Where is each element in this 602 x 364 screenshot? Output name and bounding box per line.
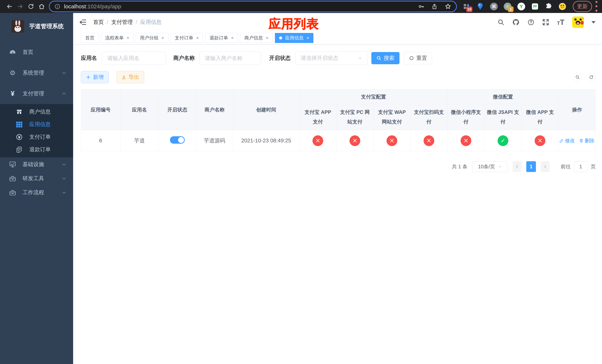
browser-menu-icon[interactable]: ••• bbox=[595, 0, 598, 13]
yen-icon: ¥ bbox=[8, 90, 17, 97]
sidebar-item-refund-order[interactable]: 退款订单 bbox=[0, 143, 73, 156]
chevron-down-icon bbox=[62, 71, 66, 75]
status-icon bbox=[535, 135, 545, 146]
sidebar-logo[interactable]: 芋道管理系统 bbox=[0, 13, 73, 35]
tab-merchant-info[interactable]: 商户信息× bbox=[240, 33, 273, 43]
extension-chat-icon[interactable] bbox=[531, 2, 539, 11]
page-number-1[interactable]: 1 bbox=[526, 161, 536, 172]
toolbox-icon bbox=[8, 189, 17, 196]
payment-submenu: 商户信息 应用信息 支付订单 bbox=[0, 104, 73, 157]
close-icon[interactable]: × bbox=[161, 35, 164, 41]
next-page-button[interactable] bbox=[541, 161, 550, 172]
enable-switch[interactable] bbox=[170, 136, 185, 144]
search-icon[interactable] bbox=[497, 19, 505, 26]
close-icon[interactable]: × bbox=[196, 35, 199, 41]
password-key-icon[interactable] bbox=[418, 3, 424, 10]
refresh-button[interactable] bbox=[587, 73, 596, 82]
merchant-name-input[interactable] bbox=[200, 52, 261, 65]
page-size-select[interactable]: 10条/页 bbox=[472, 161, 508, 172]
sidebar-item-payment[interactable]: ¥ 支付管理 bbox=[0, 83, 73, 104]
extension-emoji-icon[interactable] bbox=[558, 2, 567, 11]
col-merchant: 商户名称 bbox=[196, 89, 233, 130]
group-alipay-config: 支付宝配置 bbox=[300, 89, 448, 104]
avatar-dropdown-icon[interactable] bbox=[591, 21, 595, 23]
close-icon[interactable]: × bbox=[231, 35, 234, 41]
extension-pin-icon[interactable] bbox=[476, 2, 484, 11]
browser-toolbar: localhost:1024/pay/app 10 ⌘ 1 bbox=[0, 0, 602, 13]
search-button[interactable]: 搜索 bbox=[371, 52, 399, 64]
tab-home[interactable]: 首页 bbox=[81, 33, 99, 43]
browser-reload-button[interactable] bbox=[26, 1, 36, 12]
sidebar-item-home[interactable]: 首页 bbox=[0, 42, 73, 63]
col-wechat-app: 微信 APP 支付 bbox=[522, 104, 559, 130]
site-info-icon[interactable] bbox=[54, 3, 60, 10]
goto-page-input[interactable] bbox=[574, 161, 587, 172]
sidebar-item-app-info[interactable]: 应用信息 bbox=[0, 118, 73, 131]
app-name-input[interactable] bbox=[102, 52, 166, 65]
status-icon bbox=[387, 135, 397, 146]
col-status: 开启状态 bbox=[159, 89, 196, 130]
app-table: 应用编号 应用名 开启状态 商户名称 创建时间 支付宝配置 微信配置 操作 支付… bbox=[81, 89, 596, 151]
sidebar-item-devtools[interactable]: 研发工具 bbox=[0, 171, 73, 185]
add-button[interactable]: 新增 bbox=[81, 71, 109, 83]
page-unit-label: 页 bbox=[591, 163, 596, 170]
user-avatar[interactable] bbox=[572, 16, 584, 28]
prev-page-button[interactable] bbox=[513, 161, 521, 172]
share-icon[interactable] bbox=[431, 3, 438, 10]
browser-home-button[interactable] bbox=[36, 1, 47, 12]
table-row: 6 芋道 芋道源码 2021-10-23 08:49:25 bbox=[81, 130, 596, 151]
group-wechat-config: 微信配置 bbox=[448, 89, 559, 104]
extension-grid-icon[interactable]: 10 bbox=[462, 2, 471, 11]
github-icon[interactable] bbox=[512, 19, 520, 26]
sidebar-item-workflow[interactable]: 工作流程 bbox=[0, 185, 73, 200]
col-app-name: 应用名 bbox=[120, 89, 159, 130]
reset-button[interactable]: 重置 bbox=[404, 52, 432, 64]
extension-puzzle-icon[interactable] bbox=[545, 2, 553, 11]
url-text: localhost:1024/pay/app bbox=[64, 3, 121, 10]
tab-process-form[interactable]: 流程表单× bbox=[101, 33, 133, 43]
bookmark-star-icon[interactable] bbox=[445, 3, 451, 10]
tab-user-group[interactable]: 用户分组× bbox=[136, 33, 168, 43]
close-icon[interactable]: × bbox=[127, 35, 129, 41]
col-wechat-jsapi: 微信 JSAPI 支付 bbox=[484, 104, 522, 130]
sidebar-item-infra[interactable]: 基础设施 bbox=[0, 157, 73, 171]
close-icon[interactable]: × bbox=[307, 35, 309, 41]
col-alipay-pc: 支付宝 PC 网站支付 bbox=[336, 104, 374, 130]
col-actions: 操作 bbox=[559, 89, 596, 130]
monitor-icon bbox=[8, 161, 17, 168]
cell-merchant: 芋道源码 bbox=[196, 130, 233, 151]
goto-label: 前往 bbox=[561, 163, 571, 170]
browser-forward-button[interactable] bbox=[15, 1, 26, 12]
col-app-id: 应用编号 bbox=[81, 89, 120, 130]
font-size-icon[interactable]: TT bbox=[557, 19, 564, 26]
extension-command-icon[interactable]: ⌘ bbox=[490, 2, 498, 11]
sidebar-collapse-icon[interactable] bbox=[77, 16, 89, 28]
tab-refund-order[interactable]: 退款订单× bbox=[205, 33, 238, 43]
extension-y-icon[interactable]: Y bbox=[517, 2, 525, 11]
delete-link[interactable]: 删除 bbox=[579, 137, 595, 144]
status-select[interactable]: 请选择开启状态 bbox=[295, 52, 368, 65]
close-icon[interactable]: × bbox=[266, 35, 269, 41]
tab-pay-order[interactable]: 支付订单× bbox=[171, 33, 203, 43]
tab-app-info[interactable]: 应用信息× bbox=[275, 33, 313, 43]
toggle-search-button[interactable] bbox=[573, 73, 582, 82]
top-navbar: 首页 / 支付管理 / 应用信息 应用列表 TT bbox=[73, 13, 602, 32]
export-button[interactable]: 导出 bbox=[117, 71, 144, 83]
status-label: 开启状态 bbox=[269, 54, 291, 62]
browser-back-button[interactable] bbox=[4, 1, 15, 12]
chrome-update-button[interactable]: 更新 bbox=[573, 1, 592, 12]
active-dot bbox=[279, 36, 282, 39]
breadcrumb-payment[interactable]: 支付管理 bbox=[111, 19, 133, 26]
extension-recorder-icon[interactable]: 1 bbox=[504, 2, 512, 11]
store-icon bbox=[14, 109, 24, 115]
sidebar-item-merchant-info[interactable]: 商户信息 bbox=[0, 106, 73, 118]
fullscreen-icon[interactable] bbox=[542, 19, 549, 26]
sidebar-item-system[interactable]: ⚙ 系统管理 bbox=[0, 63, 73, 83]
edit-link[interactable]: 修改 bbox=[559, 137, 575, 144]
address-bar[interactable]: localhost:1024/pay/app bbox=[50, 1, 456, 11]
help-icon[interactable] bbox=[527, 19, 534, 26]
sidebar-item-pay-order[interactable]: 支付订单 bbox=[0, 131, 73, 143]
breadcrumb-home[interactable]: 首页 bbox=[93, 19, 104, 26]
app-title: 芋道管理系统 bbox=[29, 22, 64, 30]
filter-form: 应用名 商户名称 开启状态 请选择开启状态 搜索 重置 bbox=[81, 52, 596, 65]
